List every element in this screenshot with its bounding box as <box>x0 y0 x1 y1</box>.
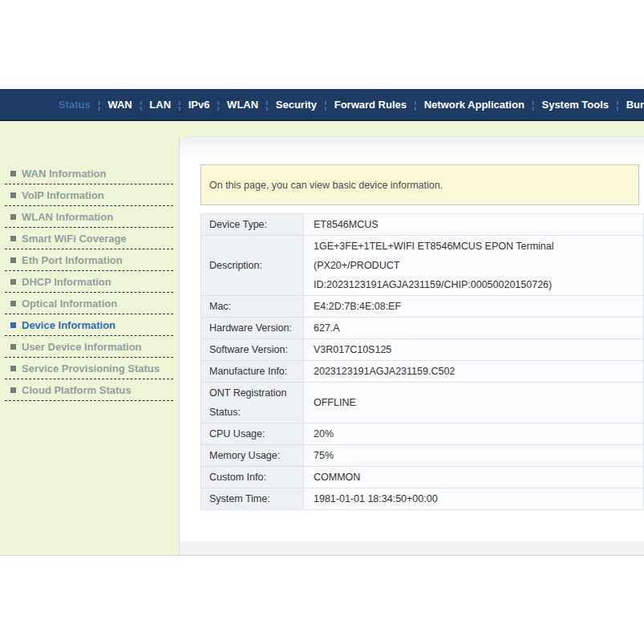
row-value: 1GE+3FE+1TEL+WIFI ET8546MCUS EPON Termin… <box>304 236 644 296</box>
row-label: Hardware Version: <box>201 318 304 339</box>
nav-item: WAN ¦ <box>100 99 142 111</box>
row-value: 2023123191AGJA231159.C502 <box>304 361 644 383</box>
row-label: Mac: <box>201 296 304 318</box>
bullet-square-icon <box>10 322 16 328</box>
bullet-square-icon <box>10 257 16 263</box>
sidebar-item-label: DHCP Information <box>22 276 111 288</box>
table-row: System Time: 1981-01-01 18:34:50+00:00 <box>201 488 644 510</box>
bullet-square-icon <box>10 344 16 350</box>
nav-item: System Tools ¦ <box>534 99 618 111</box>
nav-link[interactable]: Bundle <box>619 99 644 111</box>
table-row: ONT Registration Status: OFFLINE <box>201 383 644 423</box>
sidebar: WAN Information VoIP Information WLAN In… <box>0 121 179 555</box>
bullet-square-icon <box>10 171 16 176</box>
row-value: ET8546MCUS <box>304 214 644 236</box>
nav-item: Forward Rules ¦ <box>327 99 417 111</box>
sidebar-item[interactable]: WAN Information <box>5 163 173 184</box>
sidebar-item[interactable]: Eth Port Information <box>5 249 173 271</box>
row-value: 75% <box>304 445 644 467</box>
sidebar-item-label: VoIP Information <box>22 189 104 201</box>
row-label: ONT Registration Status: <box>201 383 304 423</box>
sidebar-menu: WAN Information VoIP Information WLAN In… <box>0 121 179 401</box>
bullet-square-icon <box>10 236 16 241</box>
row-label: Custom Info: <box>201 467 304 488</box>
sidebar-item[interactable]: DHCP Information <box>5 271 173 293</box>
notice-text: On this page, you can view basic device … <box>209 180 443 191</box>
sidebar-item-label: WLAN Information <box>22 211 113 223</box>
bullet-square-icon <box>10 366 16 371</box>
sidebar-item-label: Smart WiFi Coverage <box>22 233 127 245</box>
bullet-square-icon <box>10 301 16 306</box>
row-label: Memory Usage: <box>201 445 304 467</box>
row-value: COMMON <box>304 467 644 488</box>
bullet-square-icon <box>10 192 16 198</box>
sidebar-item[interactable]: Cloud Platform Status <box>5 379 173 401</box>
sidebar-item[interactable]: WLAN Information <box>5 206 173 228</box>
page-body: WAN Information VoIP Information WLAN In… <box>0 121 644 556</box>
sidebar-item[interactable]: User Device Information <box>5 336 173 358</box>
table-row: Memory Usage: 75% <box>201 445 644 467</box>
nav-item: LAN ¦ <box>142 99 180 111</box>
nav-link[interactable]: IPv6 <box>181 99 217 111</box>
sidebar-item[interactable]: Service Provisioning Status <box>5 358 173 379</box>
nav-link[interactable]: WAN <box>100 99 139 111</box>
nav-item: Status ¦ <box>51 99 100 111</box>
table-row: Software Version: V3R017C10S125 <box>201 339 644 361</box>
table-row: Device Type: ET8546MCUS <box>201 214 644 236</box>
nav-link[interactable]: WLAN <box>220 99 265 111</box>
row-value: 20% <box>304 423 644 445</box>
sidebar-item-label: Device Information <box>22 319 115 331</box>
nav-link[interactable]: Security <box>269 99 324 111</box>
sidebar-item[interactable]: Optical Information <box>5 293 173 314</box>
panel-footer-strip <box>180 541 644 555</box>
nav-item: WLAN ¦ <box>220 99 269 111</box>
nav-link[interactable]: Network Application <box>417 99 532 111</box>
sidebar-item-label: Optical Information <box>22 298 117 310</box>
row-label: Software Version: <box>201 339 304 361</box>
device-info-table: Device Type: ET8546MCUS Description: 1GE… <box>200 213 644 510</box>
row-label: Device Type: <box>201 214 304 236</box>
nav-item: Bundle ¦ <box>619 99 644 111</box>
sidebar-item[interactable]: Device Information <box>5 314 173 336</box>
row-value: 627.A <box>304 318 644 339</box>
bullet-square-icon <box>10 279 16 285</box>
table-row: Hardware Version: 627.A <box>201 318 644 339</box>
sidebar-item-label: Service Provisioning Status <box>22 363 160 375</box>
table-row: Description: 1GE+3FE+1TEL+WIFI ET8546MCU… <box>201 236 644 296</box>
bullet-square-icon <box>10 387 16 393</box>
device-info-table-body: Device Type: ET8546MCUS Description: 1GE… <box>201 214 644 510</box>
notice-box: On this page, you can view basic device … <box>200 164 639 205</box>
row-value: 1981-01-01 18:34:50+00:00 <box>304 488 644 510</box>
sidebar-item-label: WAN Information <box>22 168 106 180</box>
table-row: Mac: E4:2D:7B:4E:08:EF <box>201 296 644 318</box>
row-label: CPU Usage: <box>201 423 304 445</box>
top-nav-bar: Status ¦ WAN ¦ LAN ¦ IPv6 ¦ WLAN ¦ Secur… <box>0 89 644 121</box>
nav-link[interactable]: LAN <box>142 99 178 111</box>
row-label: Manufacture Info: <box>201 361 304 383</box>
table-row: CPU Usage: 20% <box>201 423 644 445</box>
content-panel: On this page, you can view basic device … <box>180 136 644 541</box>
row-value: E4:2D:7B:4E:08:EF <box>304 296 644 318</box>
row-label: Description: <box>201 236 304 296</box>
nav-link[interactable]: System Tools <box>534 99 616 111</box>
sidebar-item-label: Cloud Platform Status <box>22 384 132 396</box>
nav-link[interactable]: Forward Rules <box>327 99 414 111</box>
table-row: Custom Info: COMMON <box>201 467 644 488</box>
nav-link[interactable]: Status <box>51 99 98 111</box>
row-label: System Time: <box>201 488 304 510</box>
sidebar-item[interactable]: VoIP Information <box>5 184 173 206</box>
table-row: Manufacture Info: 2023123191AGJA231159.C… <box>201 361 644 383</box>
sidebar-item[interactable]: Smart WiFi Coverage <box>5 228 173 249</box>
nav-item: IPv6 ¦ <box>181 99 220 111</box>
main-area: On this page, you can view basic device … <box>179 136 644 555</box>
row-value: OFFLINE <box>304 383 644 423</box>
nav-item: Network Application ¦ <box>417 99 535 111</box>
nav-item: Security ¦ <box>269 99 327 111</box>
sidebar-item-label: Eth Port Information <box>22 254 123 266</box>
row-value: V3R017C10S125 <box>304 339 644 361</box>
sidebar-item-label: User Device Information <box>22 341 142 353</box>
bullet-square-icon <box>10 214 16 220</box>
nav-menu: Status ¦ WAN ¦ LAN ¦ IPv6 ¦ WLAN ¦ Secur… <box>51 99 644 111</box>
